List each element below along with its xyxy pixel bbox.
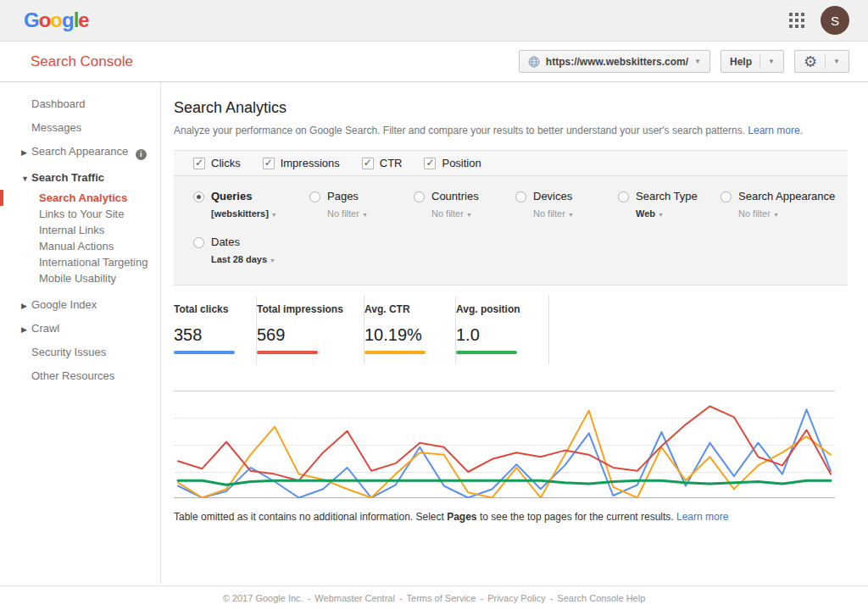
page-description: Analyze your performance on Google Searc… bbox=[174, 125, 848, 136]
sidebar-item-links-to-your-site[interactable]: Links to Your Site bbox=[0, 206, 160, 222]
copyright-text: © 2017 Google Inc. bbox=[223, 593, 303, 603]
filter-dates[interactable]: Dates Last 28 days▼ bbox=[193, 236, 309, 264]
info-icon[interactable]: i bbox=[136, 149, 147, 160]
sidebar-item-label: Search Traffic bbox=[31, 171, 104, 184]
filter-value-dropdown[interactable]: Last 28 days▼ bbox=[211, 254, 275, 264]
chevron-down-icon: ▼ bbox=[568, 212, 574, 218]
sidebar-item-messages[interactable]: Messages bbox=[0, 116, 160, 140]
footer-link-help[interactable]: Search Console Help bbox=[557, 593, 645, 603]
radio-icon[interactable] bbox=[193, 237, 204, 248]
filter-countries[interactable]: Countries No filter▼ bbox=[414, 190, 515, 219]
footer-link-webmaster-central[interactable]: Webmaster Central bbox=[314, 593, 395, 603]
sidebar-item-label: Messages bbox=[31, 121, 81, 134]
sidebar-item-other-resources[interactable]: Other Resources bbox=[0, 364, 160, 388]
sidebar-item-label: Links to Your Site bbox=[39, 208, 124, 220]
note-learn-more-link[interactable]: Learn more bbox=[676, 511, 728, 523]
radio-icon[interactable] bbox=[309, 191, 320, 202]
sidebar-item-international-targeting[interactable]: International Targeting bbox=[0, 254, 160, 270]
separator: - bbox=[399, 593, 403, 603]
filter-pages[interactable]: Pages No filter▼ bbox=[309, 190, 414, 219]
checkbox-impressions[interactable]: Impressions bbox=[263, 157, 340, 169]
sidebar-item-label: Search Analytics bbox=[39, 191, 127, 204]
filter-queries[interactable]: Queries [webskitters]▼ bbox=[193, 190, 309, 219]
account-avatar[interactable]: S bbox=[821, 6, 849, 35]
checkbox-label: Impressions bbox=[281, 157, 340, 169]
metric-toggle-bar: Clicks Impressions CTR Position bbox=[174, 150, 848, 176]
chevron-down-icon: ▼ bbox=[362, 212, 368, 218]
sidebar-item-label: Crawl bbox=[31, 322, 59, 335]
metric-value: 358 bbox=[174, 325, 246, 345]
sidebar-item-google-index[interactable]: ▶ Google Index bbox=[0, 293, 160, 317]
filter-search-type[interactable]: Search Type Web▼ bbox=[618, 190, 721, 219]
filter-value: No filter bbox=[533, 208, 565, 219]
filter-value: Web bbox=[636, 208, 655, 219]
divider bbox=[760, 54, 760, 69]
sidebar-item-search-appearance[interactable]: ▶ Search Appearance i bbox=[0, 140, 160, 166]
radio-icon[interactable] bbox=[515, 191, 526, 202]
help-button[interactable]: Help ▼ bbox=[721, 50, 784, 73]
globe-icon bbox=[528, 56, 540, 68]
footer-link-terms[interactable]: Terms of Service bbox=[407, 593, 476, 603]
filter-value: No filter bbox=[431, 208, 464, 219]
logo-letter: g bbox=[62, 8, 74, 31]
metric-value: 569 bbox=[257, 325, 353, 345]
checkbox-label: CTR bbox=[380, 157, 403, 169]
filter-value-dropdown[interactable]: Web▼ bbox=[636, 208, 698, 219]
table-omitted-note: Table omitted as it contains no addition… bbox=[174, 511, 848, 523]
checkbox-position[interactable]: Position bbox=[424, 157, 481, 169]
chevron-down-icon: ▼ bbox=[773, 212, 779, 218]
metric-value: 10.19% bbox=[364, 325, 445, 345]
help-label: Help bbox=[730, 56, 752, 68]
filter-value-dropdown[interactable]: No filter▼ bbox=[327, 208, 368, 219]
filter-value-dropdown[interactable]: No filter▼ bbox=[738, 208, 835, 219]
sidebar-item-manual-actions[interactable]: Manual Actions bbox=[0, 238, 160, 254]
sidebar-item-crawl[interactable]: ▶ Crawl bbox=[0, 317, 160, 341]
sidebar-item-label: Dashboard bbox=[31, 97, 86, 110]
checkbox-icon[interactable] bbox=[424, 158, 436, 169]
gear-icon: ⚙ bbox=[804, 54, 817, 69]
filter-search-appearance[interactable]: Search Appearance No filter▼ bbox=[721, 190, 848, 219]
filter-panel: Queries [webskitters]▼ Pages No filter▼ … bbox=[174, 176, 848, 286]
sidebar-item-dashboard[interactable]: Dashboard bbox=[0, 92, 160, 116]
chevron-down-icon: ▼ bbox=[21, 173, 29, 185]
sidebar-item-label: Search Appearance bbox=[31, 145, 128, 158]
learn-more-link[interactable]: Learn more. bbox=[748, 125, 803, 136]
note-text: Table omitted as it contains no addition… bbox=[174, 511, 447, 523]
console-header: Search Console https://www.webskitters.c… bbox=[0, 42, 868, 82]
chevron-down-icon: ▼ bbox=[466, 212, 472, 218]
settings-button[interactable]: ⚙ ▼ bbox=[794, 50, 849, 73]
checkbox-icon[interactable] bbox=[263, 158, 275, 169]
site-selector-button[interactable]: https://www.webskitters.com/ ▼ bbox=[519, 50, 710, 73]
page-footer: © 2017 Google Inc. - Webmaster Central -… bbox=[0, 585, 868, 610]
sidebar-item-internal-links[interactable]: Internal Links bbox=[0, 222, 160, 238]
google-logo: Google bbox=[24, 10, 89, 30]
chevron-down-icon: ▼ bbox=[694, 58, 701, 65]
radio-icon[interactable] bbox=[721, 191, 732, 202]
sidebar-item-search-traffic[interactable]: ▼ Search Traffic bbox=[0, 166, 160, 190]
chevron-down-icon: ▼ bbox=[271, 212, 277, 218]
metric-total-impressions: Total impressions 569 bbox=[257, 296, 364, 364]
filter-label: Search Type bbox=[636, 190, 698, 202]
filter-value-dropdown[interactable]: [webskitters]▼ bbox=[211, 208, 277, 219]
checkbox-icon[interactable] bbox=[193, 158, 205, 169]
apps-grid-icon[interactable] bbox=[788, 12, 805, 29]
radio-icon[interactable] bbox=[618, 191, 629, 202]
checkbox-clicks[interactable]: Clicks bbox=[193, 157, 241, 169]
note-text: to see the top pages for the current res… bbox=[477, 511, 676, 523]
filter-devices[interactable]: Devices No filter▼ bbox=[515, 190, 618, 219]
radio-icon[interactable] bbox=[193, 191, 204, 202]
sidebar-item-mobile-usability[interactable]: Mobile Usability bbox=[0, 270, 160, 286]
sidebar-item-security-issues[interactable]: Security Issues bbox=[0, 341, 160, 364]
main-panel: Search Analytics Analyze your performanc… bbox=[161, 82, 868, 585]
checkbox-icon[interactable] bbox=[362, 158, 374, 169]
sidebar-item-search-analytics[interactable]: Search Analytics bbox=[0, 190, 160, 206]
metric-underline bbox=[257, 351, 318, 354]
filter-value-dropdown[interactable]: No filter▼ bbox=[431, 208, 479, 219]
checkbox-ctr[interactable]: CTR bbox=[362, 157, 403, 169]
chevron-down-icon: ▼ bbox=[658, 212, 664, 218]
top-bar: Google S bbox=[0, 0, 868, 42]
footer-link-privacy[interactable]: Privacy Policy bbox=[487, 593, 545, 603]
filter-value-dropdown[interactable]: No filter▼ bbox=[533, 208, 574, 219]
radio-icon[interactable] bbox=[414, 191, 425, 202]
metric-underline bbox=[174, 351, 235, 354]
